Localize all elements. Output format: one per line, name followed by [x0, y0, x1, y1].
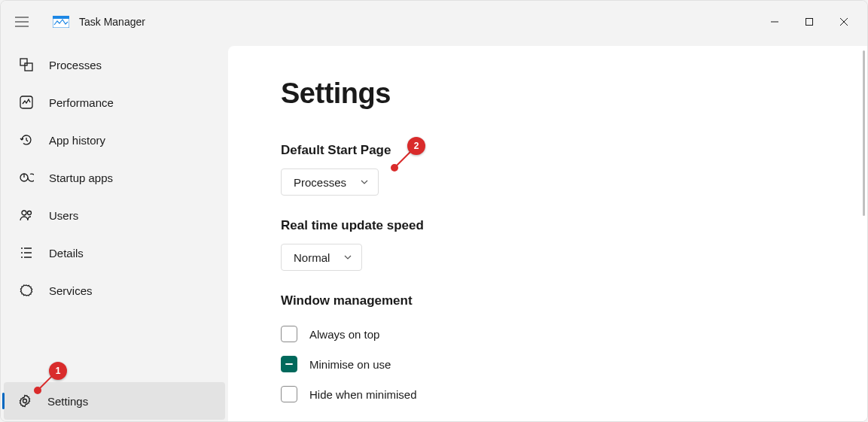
- svg-rect-4: [25, 63, 32, 71]
- close-button[interactable]: [827, 10, 861, 34]
- chevron-down-icon: [360, 178, 369, 187]
- page-title: Settings: [281, 77, 815, 110]
- svg-point-9: [23, 399, 27, 403]
- app-icon: [52, 15, 70, 29]
- select-value: Processes: [294, 176, 346, 189]
- annotation-badge-1: 1: [49, 362, 67, 380]
- svg-rect-1: [53, 16, 69, 19]
- svg-rect-2: [806, 19, 813, 26]
- annotation-badge-2: 2: [407, 137, 425, 155]
- gear-icon: [17, 393, 32, 408]
- sidebar-item-services[interactable]: Services: [5, 272, 224, 309]
- checkbox-box: [281, 386, 297, 402]
- checkbox-always-on-top[interactable]: Always on top: [281, 319, 815, 349]
- svg-point-7: [22, 211, 26, 215]
- sidebar-item-users[interactable]: Users: [5, 196, 224, 234]
- sidebar: Processes Performance App history Startu…: [1, 43, 228, 421]
- scrollbar[interactable]: [863, 50, 865, 216]
- hamburger-menu-button[interactable]: [7, 7, 37, 37]
- sidebar-item-performance[interactable]: Performance: [5, 83, 224, 121]
- startup-icon: [19, 170, 34, 185]
- svg-rect-3: [20, 59, 27, 65]
- checkbox-hide-when-minimised[interactable]: Hide when minimised: [281, 379, 815, 409]
- checkbox-box: [281, 356, 297, 372]
- checkbox-box: [281, 326, 297, 342]
- nav-label: Details: [49, 247, 84, 260]
- nav-label: Users: [49, 209, 78, 222]
- sidebar-item-startup-apps[interactable]: Startup apps: [5, 159, 224, 196]
- nav-label: Settings: [47, 395, 88, 408]
- svg-point-8: [28, 211, 32, 215]
- section-window-management: Window management: [281, 293, 815, 308]
- users-icon: [19, 208, 34, 223]
- hamburger-icon: [15, 17, 29, 27]
- realtime-update-select[interactable]: Normal: [281, 244, 362, 271]
- history-icon: [19, 132, 34, 147]
- checkbox-label: Hide when minimised: [309, 388, 417, 401]
- processes-icon: [19, 57, 34, 72]
- window-controls: [757, 10, 861, 34]
- minimize-button[interactable]: [757, 10, 792, 34]
- sidebar-item-app-history[interactable]: App history: [5, 121, 224, 159]
- close-icon: [839, 17, 848, 26]
- maximize-button[interactable]: [792, 10, 827, 34]
- check-indeterminate-icon: [285, 363, 293, 366]
- checkbox-label: Always on top: [309, 328, 379, 341]
- minimize-icon: [770, 17, 779, 26]
- checkbox-label: Minimise on use: [309, 358, 391, 371]
- default-start-page-select[interactable]: Processes: [281, 168, 379, 196]
- details-icon: [19, 245, 34, 260]
- sidebar-item-details[interactable]: Details: [5, 234, 224, 272]
- content-area: Settings Default Start Page Processes Re…: [228, 46, 867, 421]
- services-icon: [19, 283, 34, 298]
- annotation-dot-2: [391, 164, 398, 172]
- app-title: Task Manager: [79, 16, 145, 28]
- nav-label: Services: [49, 284, 93, 297]
- section-realtime-update: Real time update speed: [281, 218, 815, 233]
- checkbox-minimise-on-use[interactable]: Minimise on use: [281, 349, 815, 379]
- annotation-dot-1: [34, 387, 41, 394]
- nav-list: Processes Performance App history Startu…: [1, 46, 228, 346]
- performance-icon: [19, 95, 34, 110]
- chevron-down-icon: [343, 253, 352, 262]
- nav-label: Processes: [49, 59, 102, 71]
- nav-label: App history: [49, 134, 105, 147]
- sidebar-item-processes[interactable]: Processes: [5, 46, 224, 83]
- select-value: Normal: [294, 251, 330, 264]
- titlebar: Task Manager: [1, 1, 867, 43]
- nav-label: Performance: [49, 96, 114, 109]
- section-default-start-page: Default Start Page: [281, 143, 815, 158]
- maximize-icon: [805, 17, 814, 26]
- nav-label: Startup apps: [49, 172, 113, 184]
